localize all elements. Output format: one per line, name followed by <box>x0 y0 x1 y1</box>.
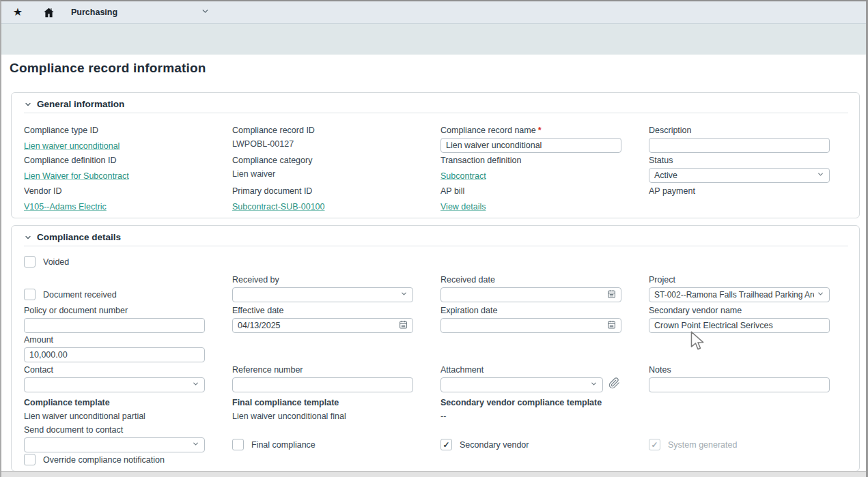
compliance-definition-id-link[interactable]: Lien Waiver for Subcontract <box>24 171 129 181</box>
document-received-checkbox[interactable]: Document received <box>24 289 117 300</box>
section-divider <box>24 113 848 113</box>
page-title: Compliance record information <box>10 61 206 76</box>
status-select[interactable]: Active <box>649 168 830 183</box>
calendar-icon[interactable] <box>607 320 616 331</box>
expiration-date-input[interactable] <box>440 318 621 333</box>
ap-bill-label: AP bill <box>440 186 621 197</box>
secondary-vendor-compliance-template-label: Secondary vendor compliance template <box>440 398 645 408</box>
chevron-down-icon <box>590 380 598 390</box>
transaction-definition-label: Transaction definition <box>440 156 621 166</box>
chevron-down-icon <box>817 171 824 180</box>
compliance-record-name-label: Compliance record name* <box>440 126 621 136</box>
paperclip-attach-icon[interactable] <box>608 377 620 392</box>
calendar-icon[interactable] <box>607 289 616 300</box>
chevron-down-icon <box>192 440 199 450</box>
secondary-vendor-name-input[interactable] <box>649 318 830 333</box>
secondary-vendor-compliance-template-value: -- <box>440 411 645 421</box>
general-information-header[interactable]: General information <box>24 99 124 109</box>
effective-date-input[interactable]: 04/13/2025 <box>232 318 413 333</box>
window-bottom-edge <box>1 471 866 477</box>
chevron-down-icon <box>817 290 824 300</box>
top-nav-bar: ★ Purchasing <box>1 1 866 24</box>
received-by-select[interactable] <box>232 287 413 302</box>
contact-select[interactable] <box>24 377 205 392</box>
ap-payment-label: AP payment <box>649 186 830 197</box>
checkbox-box <box>24 454 36 465</box>
vendor-id-link[interactable]: V105--Adams Electric <box>24 202 107 212</box>
compliance-category-label: Compliance category <box>232 156 413 166</box>
policy-or-document-number-label: Policy or document number <box>24 306 205 316</box>
app-window: ★ Purchasing Compliance record informati… <box>0 0 868 477</box>
reference-number-label: Reference number <box>232 365 413 375</box>
secondary-vendor-name-label: Secondary vendor name <box>649 306 830 316</box>
status-label: Status <box>649 156 830 166</box>
mouse-cursor <box>690 331 706 354</box>
home-icon[interactable] <box>41 5 56 20</box>
vendor-id-label: Vendor ID <box>24 186 205 197</box>
section-title: General information <box>37 99 124 109</box>
checkbox-box <box>24 256 36 268</box>
chevron-down-icon <box>192 380 199 390</box>
compliance-record-id-label: Compliance record ID <box>232 126 413 136</box>
reference-number-input[interactable] <box>232 377 413 392</box>
override-compliance-notification-checkbox[interactable]: Override compliance notification <box>24 454 165 465</box>
checkbox-box <box>232 439 244 450</box>
send-document-to-contact-select[interactable] <box>24 437 205 452</box>
send-document-to-contact-label: Send document to contact <box>24 425 205 435</box>
compliance-type-id-label: Compliance type ID <box>24 126 205 136</box>
received-by-label: Received by <box>232 275 413 285</box>
checkbox-box: ✓ <box>440 439 452 450</box>
description-label: Description <box>649 126 830 136</box>
project-select[interactable]: ST-002--Ramona Falls Trailhead Parking A… <box>649 287 830 302</box>
project-label: Project <box>649 275 830 285</box>
primary-document-id-label: Primary document ID <box>232 186 413 197</box>
amount-label: Amount <box>24 335 205 345</box>
secondary-vendor-checkbox[interactable]: ✓ Secondary vendor <box>440 439 529 450</box>
final-compliance-template-value: Lien waiver unconditional final <box>232 411 413 421</box>
voided-checkbox[interactable]: Voided <box>24 256 69 268</box>
compliance-record-id-value: LWPOBL-00127 <box>232 139 413 149</box>
ap-bill-view-details-link[interactable]: View details <box>440 202 486 212</box>
compliance-template-value: Lien waiver unconditional partial <box>24 411 205 421</box>
notes-label: Notes <box>649 365 830 375</box>
attachment-select[interactable] <box>440 377 603 392</box>
required-asterisk: * <box>538 126 542 135</box>
checkbox-box: ✓ <box>649 439 660 450</box>
received-date-input[interactable] <box>440 287 621 302</box>
notes-input[interactable] <box>649 377 830 392</box>
favorites-star-icon[interactable]: ★ <box>10 5 25 20</box>
checkbox-box <box>24 289 36 300</box>
final-compliance-template-label: Final compliance template <box>232 398 413 408</box>
compliance-definition-id-label: Compliance definition ID <box>24 156 205 166</box>
chevron-down-icon <box>400 290 408 300</box>
compliance-details-header[interactable]: Compliance details <box>24 232 121 242</box>
calendar-icon[interactable] <box>399 320 408 331</box>
final-compliance-checkbox[interactable]: Final compliance <box>232 439 316 450</box>
attachment-label: Attachment <box>440 365 603 375</box>
amount-input[interactable] <box>24 347 205 362</box>
general-information-section: General information Compliance type ID L… <box>11 92 860 218</box>
collapse-chevron-icon[interactable] <box>24 233 32 242</box>
policy-or-document-number-input[interactable] <box>24 318 205 333</box>
module-selector-label[interactable]: Purchasing <box>71 8 117 17</box>
contact-label: Contact <box>24 365 205 375</box>
compliance-template-label: Compliance template <box>24 398 205 408</box>
secondary-toolbar <box>1 24 866 55</box>
received-date-label: Received date <box>440 275 621 285</box>
transaction-definition-link[interactable]: Subcontract <box>440 171 486 181</box>
system-generated-checkbox: ✓ System generated <box>649 439 737 450</box>
module-chevron-down-icon[interactable] <box>201 6 210 18</box>
collapse-chevron-icon[interactable] <box>24 100 32 109</box>
primary-document-id-link[interactable]: Subcontract-SUB-00100 <box>232 202 325 212</box>
section-title: Compliance details <box>37 232 121 242</box>
compliance-details-section: Compliance details Voided Document recei… <box>11 225 860 472</box>
expiration-date-label: Expiration date <box>440 306 621 316</box>
section-divider <box>24 246 848 246</box>
compliance-type-id-link[interactable]: Lien waiver unconditional <box>24 141 120 151</box>
effective-date-label: Effective date <box>232 306 413 316</box>
description-input[interactable] <box>649 138 830 153</box>
compliance-record-name-input[interactable] <box>440 138 621 153</box>
compliance-category-value: Lien waiver <box>232 169 413 179</box>
